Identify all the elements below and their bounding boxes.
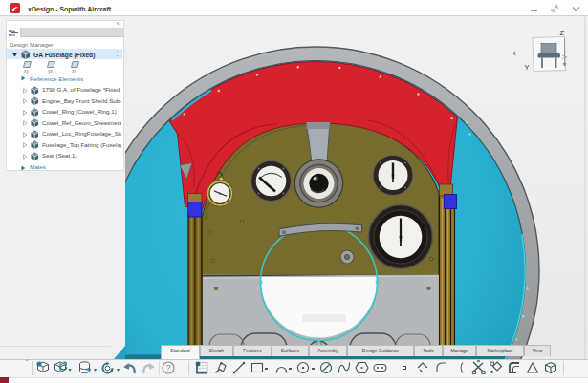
svg-text:Y: Y <box>525 63 530 72</box>
svg-text:Z: Z <box>560 29 565 37</box>
svg-text:‹: ‹ <box>513 48 516 58</box>
svg-text:?: ? <box>165 363 170 372</box>
